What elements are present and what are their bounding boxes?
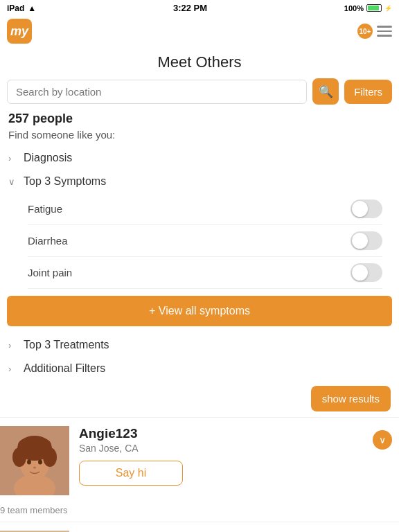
battery-fill	[368, 6, 379, 10]
additional-filters-section: › Additional Filters	[0, 357, 399, 380]
diagnosis-filter-row[interactable]: › Diagnosis	[8, 146, 391, 170]
search-button[interactable]: 🔍	[312, 78, 339, 105]
toggle-joint-pain[interactable]	[351, 263, 382, 282]
diagnosis-label: Diagnosis	[24, 152, 72, 164]
show-results-button[interactable]: show results	[311, 386, 391, 411]
chevron-right-icon: ›	[8, 153, 18, 163]
people-count: 257 people	[0, 112, 399, 129]
toggle-diarrhea[interactable]	[351, 231, 382, 250]
chevron-right-treatments-icon: ›	[8, 340, 18, 351]
symptom-item-fatigue: Fatigue	[28, 193, 382, 225]
symptom-name-fatigue: Fatigue	[28, 203, 62, 215]
symptoms-label: Top 3 Symptoms	[24, 175, 106, 188]
carrier-text: iPad	[7, 3, 24, 13]
search-input-wrap	[7, 80, 307, 104]
symptom-name-diarrhea: Diarrhea	[28, 235, 68, 247]
svg-point-9	[38, 460, 42, 465]
treatments-filter-row[interactable]: › Top 3 Treatments	[8, 333, 391, 357]
chevron-right-additional-icon: ›	[8, 364, 18, 374]
additional-filters-row[interactable]: › Additional Filters	[8, 357, 391, 380]
view-all-symptoms-button[interactable]: + View all symptoms	[7, 296, 392, 326]
notification-badge[interactable]: 10+	[357, 24, 373, 39]
status-left: iPad ▲	[7, 3, 36, 13]
treatments-section: › Top 3 Treatments	[0, 333, 399, 357]
hamburger-menu[interactable]	[377, 26, 392, 37]
chevron-down-angie-icon: ∨	[379, 434, 386, 445]
find-label: Find someone like you:	[0, 129, 399, 146]
battery-percent: 100%	[344, 4, 364, 12]
symptom-item-joint-pain: Joint pain	[28, 257, 382, 289]
wifi-icon: ▲	[28, 3, 36, 13]
symptom-item-diarrhea: Diarrhea	[28, 225, 382, 257]
charging-icon: ⚡	[384, 5, 392, 12]
page-title: Meet Others	[0, 48, 399, 78]
app-logo[interactable]: my	[7, 19, 32, 44]
show-results-wrap: show results	[0, 380, 399, 417]
profile-location-angie: San Jose, CA	[79, 443, 391, 454]
status-right: 100% ⚡	[344, 4, 392, 12]
profile-name-angie: Angie123	[79, 426, 391, 441]
search-bar: 🔍 Filters	[0, 78, 399, 105]
status-time: 3:22 PM	[173, 3, 207, 13]
hamburger-line-2	[377, 30, 392, 33]
avatar-angie	[0, 426, 69, 495]
team-members-angie: 9 team members	[0, 504, 399, 522]
hamburger-line-3	[377, 35, 392, 37]
additional-filters-label: Additional Filters	[24, 362, 105, 375]
team-members-label-angie: 9 team members	[0, 502, 68, 522]
search-input[interactable]	[16, 86, 298, 98]
say-hi-button-angie[interactable]: Say hi	[79, 461, 183, 486]
symptoms-section: ∨ Top 3 Symptoms Fatigue Diarrhea Joint …	[0, 170, 399, 289]
profile-card-angie: Angie123 San Jose, CA Say hi ∨	[0, 417, 399, 504]
status-bar: iPad ▲ 3:22 PM 100% ⚡	[0, 0, 399, 16]
toggle-fatigue[interactable]	[351, 200, 382, 218]
filters-button[interactable]: Filters	[344, 80, 392, 104]
svg-point-7	[35, 438, 51, 452]
diagnosis-section: › Diagnosis	[0, 146, 399, 170]
treatments-label: Top 3 Treatments	[24, 339, 109, 351]
top-nav: my 10+	[0, 16, 399, 48]
symptom-name-joint-pain: Joint pain	[28, 267, 72, 278]
svg-point-8	[27, 460, 31, 465]
hamburger-line-1	[377, 26, 392, 28]
nav-right: 10+	[357, 24, 392, 39]
profile-info-angie: Angie123 San Jose, CA Say hi	[69, 426, 391, 486]
svg-point-10	[33, 467, 36, 469]
profile-card-chloe: ChloeS345 Sisters, OR Say hi ∨	[0, 522, 399, 532]
symptoms-filter-row[interactable]: ∨ Top 3 Symptoms	[8, 170, 391, 193]
chevron-down-icon: ∨	[8, 177, 18, 187]
battery-bar	[366, 4, 382, 12]
symptom-list: Fatigue Diarrhea Joint pain	[8, 193, 391, 289]
svg-point-6	[18, 438, 35, 452]
expand-button-angie[interactable]: ∨	[373, 430, 392, 450]
